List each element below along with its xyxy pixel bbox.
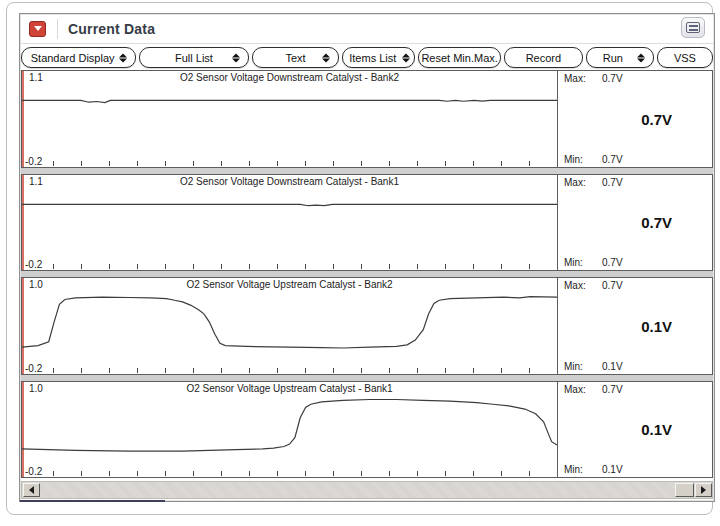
scale-min-label: -0.2	[25, 363, 44, 374]
triangle-left-icon	[29, 486, 34, 494]
updown-arrows-icon	[637, 53, 645, 62]
items-list-dropdown[interactable]: Items List	[342, 47, 415, 68]
min-value: 0.1V	[602, 464, 623, 475]
chart-info-panel: Max: 0.7V 0.7V Min: 0.7V	[558, 71, 712, 167]
button-label: Standard Display	[31, 52, 115, 64]
updown-arrows-icon	[322, 53, 330, 62]
chart-panel-upstream-bank2: 1.0 O2 Sensor Voltage Upstream Catalyst …	[21, 277, 713, 375]
max-value: 0.7V	[602, 384, 623, 395]
chart-info-panel: Max: 0.7V 0.1V Min: 0.1V	[558, 278, 712, 374]
min-value: 0.1V	[602, 361, 623, 372]
chart-plot-area[interactable]: 1.0 O2 Sensor Voltage Upstream Catalyst …	[22, 278, 558, 374]
scrollbar-thumb[interactable]	[675, 483, 694, 497]
min-label: Min:	[564, 361, 583, 372]
record-button[interactable]: Record	[504, 47, 583, 68]
horizontal-scrollbar[interactable]	[21, 481, 713, 499]
toolbar: Standard Display Full List Text Items Li…	[20, 45, 714, 70]
chart-plot-area[interactable]: 1.1 O2 Sensor Voltage Downstream Catalys…	[22, 175, 558, 271]
button-label: Text	[285, 52, 305, 64]
current-value: 0.7V	[641, 214, 672, 231]
chart-plot-area[interactable]: 1.0 O2 Sensor Voltage Upstream Catalyst …	[22, 382, 558, 478]
min-label: Min:	[564, 154, 583, 165]
min-value: 0.7V	[602, 154, 623, 165]
display-list-button[interactable]	[681, 17, 705, 38]
scroll-right-button[interactable]	[695, 483, 712, 497]
max-value: 0.7V	[602, 73, 623, 84]
vss-button[interactable]: VSS	[657, 47, 713, 68]
title-bar: Current Data	[20, 14, 714, 44]
chart-info-panel: Max: 0.7V 0.7V Min: 0.7V	[558, 175, 712, 271]
standard-display-dropdown[interactable]: Standard Display	[21, 47, 136, 68]
bottom-accent-line	[20, 500, 165, 502]
charts-area: 1.1 O2 Sensor Voltage Downstream Catalys…	[21, 70, 713, 478]
run-dropdown[interactable]: Run	[586, 47, 654, 68]
screen: Current Data Standard Display Full List …	[0, 0, 720, 526]
titlebar-divider	[57, 19, 58, 39]
max-label: Max:	[564, 384, 586, 395]
min-label: Min:	[564, 257, 583, 268]
outer-frame: Current Data Standard Display Full List …	[6, 2, 713, 515]
time-ticks	[26, 264, 555, 269]
time-ticks	[26, 161, 555, 166]
button-label: Items List	[349, 52, 396, 64]
max-value: 0.7V	[602, 280, 623, 291]
chart-plot-area[interactable]: 1.1 O2 Sensor Voltage Downstream Catalys…	[22, 71, 558, 167]
waveform	[22, 382, 557, 478]
scale-min-label: -0.2	[25, 259, 44, 270]
triangle-right-icon	[701, 486, 706, 494]
current-value: 0.7V	[641, 110, 672, 127]
waveform	[22, 71, 557, 167]
scale-min-label: -0.2	[25, 156, 44, 167]
scroll-left-button[interactable]	[23, 483, 40, 497]
button-label: VSS	[674, 52, 696, 64]
chart-info-panel: Max: 0.7V 0.1V Min: 0.1V	[558, 382, 712, 478]
button-label: Record	[526, 52, 561, 64]
chart-panel-downstream-bank2: 1.1 O2 Sensor Voltage Downstream Catalys…	[21, 70, 713, 168]
max-value: 0.7V	[602, 177, 623, 188]
reset-minmax-button[interactable]: Reset Min.Max.	[418, 47, 501, 68]
updown-arrows-icon	[402, 53, 410, 62]
max-label: Max:	[564, 73, 586, 84]
scale-min-label: -0.2	[25, 466, 44, 477]
current-value: 0.1V	[641, 421, 672, 438]
max-label: Max:	[564, 177, 586, 188]
current-value: 0.1V	[641, 317, 672, 334]
button-label: Run	[603, 52, 623, 64]
text-dropdown[interactable]: Text	[252, 47, 340, 68]
button-label: Reset Min.Max.	[421, 52, 497, 64]
time-ticks	[26, 471, 555, 476]
updown-arrows-icon	[119, 53, 127, 62]
current-data-window: Current Data Standard Display Full List …	[19, 13, 715, 502]
waveform	[22, 278, 557, 374]
waveform	[22, 175, 557, 271]
page-title: Current Data	[68, 21, 155, 37]
chart-panel-downstream-bank1: 1.1 O2 Sensor Voltage Downstream Catalys…	[21, 174, 713, 272]
full-list-dropdown[interactable]: Full List	[139, 47, 248, 68]
button-label: Full List	[175, 52, 213, 64]
time-ticks	[26, 368, 555, 373]
min-label: Min:	[564, 464, 583, 475]
updown-arrows-icon	[232, 53, 240, 62]
window-menu-button[interactable]	[29, 21, 46, 37]
max-label: Max:	[564, 280, 586, 291]
chart-panel-upstream-bank1: 1.0 O2 Sensor Voltage Upstream Catalyst …	[21, 381, 713, 479]
chevron-down-icon	[34, 26, 42, 31]
list-icon	[686, 22, 700, 33]
min-value: 0.7V	[602, 257, 623, 268]
